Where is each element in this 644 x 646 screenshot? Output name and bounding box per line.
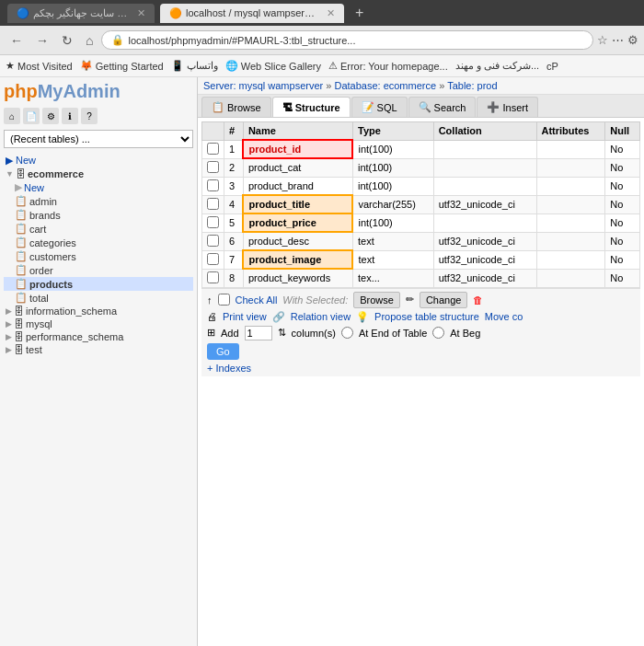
table-link[interactable]: Table: prod bbox=[447, 80, 497, 91]
address-bar[interactable]: 🔒 localhost/phpmyadmin/#PMAURL-3:tbl_str… bbox=[101, 30, 593, 50]
cpanel-bookmark[interactable]: cP bbox=[546, 61, 558, 72]
sql-sidebar-icon[interactable]: 📄 bbox=[23, 108, 40, 124]
row-checkbox-2[interactable] bbox=[202, 158, 224, 177]
updown-arrows: ⇅ bbox=[278, 327, 286, 339]
structure-icon: 🏗 bbox=[282, 102, 293, 113]
checkbox-7[interactable] bbox=[207, 253, 219, 265]
checkbox-4[interactable] bbox=[207, 198, 219, 210]
content-area: Server: mysql wampserver » Database: eco… bbox=[198, 77, 644, 646]
print-view-link[interactable]: Print view bbox=[223, 311, 267, 322]
info-sidebar-icon[interactable]: ℹ bbox=[62, 108, 78, 124]
new-sub-icon: ▶ bbox=[15, 181, 22, 193]
home-sidebar-icon[interactable]: ⌂ bbox=[4, 108, 20, 124]
tab-active-2[interactable]: 🟠 localhost / mysql wampserver / ec... ✕ bbox=[160, 4, 344, 23]
row-num-3: 3 bbox=[224, 177, 244, 195]
row-num-5: 5 bbox=[224, 213, 244, 232]
row-checkbox-8[interactable] bbox=[202, 269, 224, 287]
new-top-level[interactable]: ▶ New bbox=[4, 154, 193, 167]
database-link[interactable]: Database: ecommerce bbox=[334, 80, 436, 91]
move-link[interactable]: Move co bbox=[485, 311, 523, 322]
web-slice-gallery[interactable]: 🌐 Web Slice Gallery bbox=[225, 60, 321, 72]
new-ecommerce[interactable]: ▶ New bbox=[4, 180, 193, 194]
row-checkbox-7[interactable] bbox=[202, 250, 224, 269]
row-attributes-7 bbox=[536, 250, 605, 269]
row-type-8: tex... bbox=[352, 269, 433, 287]
tab-browse[interactable]: 📋 Browse bbox=[201, 97, 271, 117]
check-all-link[interactable]: Check All bbox=[236, 294, 278, 306]
at-beg-radio[interactable] bbox=[432, 327, 444, 339]
pencil-icon: ✏ bbox=[406, 294, 414, 306]
tab-structure[interactable]: 🏗 Structure bbox=[272, 97, 351, 117]
tab-sql[interactable]: 📝 SQL bbox=[351, 97, 408, 117]
db-mysql[interactable]: ▶ 🗄 mysql bbox=[4, 317, 193, 330]
settings-sidebar-icon[interactable]: ⚙ bbox=[42, 108, 59, 124]
db-information-schema[interactable]: ▶ 🗄 information_schema bbox=[4, 305, 193, 317]
row-checkbox-3[interactable] bbox=[202, 177, 224, 195]
table-row: 7 product_image text utf32_unicode_ci No bbox=[202, 250, 640, 269]
company-bookmark[interactable]: شرکت فنی و مهند... bbox=[455, 60, 539, 72]
home-button[interactable]: ⌂ bbox=[81, 31, 98, 50]
table-products[interactable]: 📋 products bbox=[4, 277, 193, 291]
expand-icon: ▼ bbox=[6, 169, 14, 179]
back-button[interactable]: ← bbox=[6, 31, 28, 50]
error-bookmark[interactable]: ⚠ Error: Your homepage... bbox=[328, 60, 448, 72]
new-tab-button[interactable]: + bbox=[350, 5, 369, 21]
getting-started[interactable]: 🦊 Getting Started bbox=[80, 60, 164, 72]
col-header-null: Null bbox=[605, 122, 640, 141]
whatsapp-bookmark[interactable]: 📱 واتساپ bbox=[171, 60, 218, 72]
table-admin[interactable]: 📋 admin bbox=[4, 194, 193, 208]
row-checkbox-4[interactable] bbox=[202, 195, 224, 213]
checkbox-8[interactable] bbox=[207, 271, 219, 283]
tab-inactive-1[interactable]: 🔵 پنل مدیریت سایت جهانگیر بچکم ✕ bbox=[7, 4, 155, 23]
db-test[interactable]: ▶ 🗄 test bbox=[4, 343, 193, 356]
row-null-6: No bbox=[605, 232, 640, 250]
tab-close-1[interactable]: ✕ bbox=[137, 7, 145, 19]
checkbox-5[interactable] bbox=[207, 216, 219, 228]
row-checkbox-1[interactable] bbox=[202, 140, 224, 158]
checkbox-2[interactable] bbox=[207, 161, 219, 173]
relation-link[interactable]: Relation view bbox=[291, 311, 351, 322]
star-icon[interactable]: ☆ bbox=[597, 33, 608, 47]
table-order[interactable]: 📋 order bbox=[4, 263, 193, 277]
row-checkbox-6[interactable] bbox=[202, 232, 224, 250]
table-categories[interactable]: 📋 categories bbox=[4, 236, 193, 249]
table-icon-products: 📋 bbox=[15, 278, 28, 290]
change-btn[interactable]: Change bbox=[420, 292, 468, 308]
db-performance-schema[interactable]: ▶ 🗄 performance_schema bbox=[4, 330, 193, 343]
expand-icon-4: ▶ bbox=[6, 332, 12, 341]
go-button[interactable]: Go bbox=[207, 343, 239, 360]
table-cart[interactable]: 📋 cart bbox=[4, 222, 193, 236]
add-num-input[interactable] bbox=[245, 326, 272, 340]
checkbox-1[interactable] bbox=[207, 143, 219, 155]
table-brands[interactable]: 📋 brands bbox=[4, 208, 193, 222]
propose-link[interactable]: Propose table structure bbox=[374, 311, 479, 322]
server-link[interactable]: Server: mysql wampserver bbox=[203, 80, 323, 91]
db-ecommerce[interactable]: ▼ 🗄 ecommerce bbox=[4, 167, 193, 180]
most-visited[interactable]: ★ Most Visited bbox=[6, 60, 73, 72]
indexes-link[interactable]: + Indexes bbox=[207, 363, 251, 374]
table-total[interactable]: 📋 total bbox=[4, 291, 193, 305]
checkbox-6[interactable] bbox=[207, 235, 219, 247]
recent-tables-dropdown[interactable]: (Recent tables) ... bbox=[4, 130, 193, 148]
at-end-radio[interactable] bbox=[341, 327, 353, 339]
row-name-4: product_title bbox=[243, 195, 352, 213]
row-checkbox-5[interactable] bbox=[202, 213, 224, 232]
tab-insert[interactable]: ➕ Insert bbox=[477, 97, 538, 117]
help-sidebar-icon[interactable]: ? bbox=[81, 108, 98, 124]
table-customers[interactable]: 📋 customers bbox=[4, 249, 193, 263]
refresh-button[interactable]: ↻ bbox=[57, 31, 77, 50]
check-all-checkbox[interactable] bbox=[218, 294, 230, 306]
forward-button[interactable]: → bbox=[31, 31, 53, 50]
new-icon: ▶ bbox=[6, 155, 13, 166]
settings-icon[interactable]: ⚙ bbox=[627, 33, 638, 47]
tab-close-2[interactable]: ✕ bbox=[327, 7, 335, 19]
checkbox-3[interactable] bbox=[207, 179, 219, 191]
tab-search[interactable]: 🔍 Search bbox=[408, 97, 477, 117]
row-type-3: int(100) bbox=[352, 177, 433, 195]
menu-dots[interactable]: ⋯ bbox=[612, 33, 624, 47]
phpmyadmin-logo: phpMyAdmin bbox=[4, 81, 193, 102]
browser-toolbar: ← → ↻ ⌂ 🔒 localhost/phpmyadmin/#PMAURL-3… bbox=[0, 26, 644, 55]
add-row: ⊞ Add ⇅ column(s) At End of Table At Beg bbox=[207, 326, 635, 340]
browse-btn[interactable]: Browse bbox=[353, 292, 400, 308]
db-icon-4: 🗄 bbox=[14, 331, 24, 342]
